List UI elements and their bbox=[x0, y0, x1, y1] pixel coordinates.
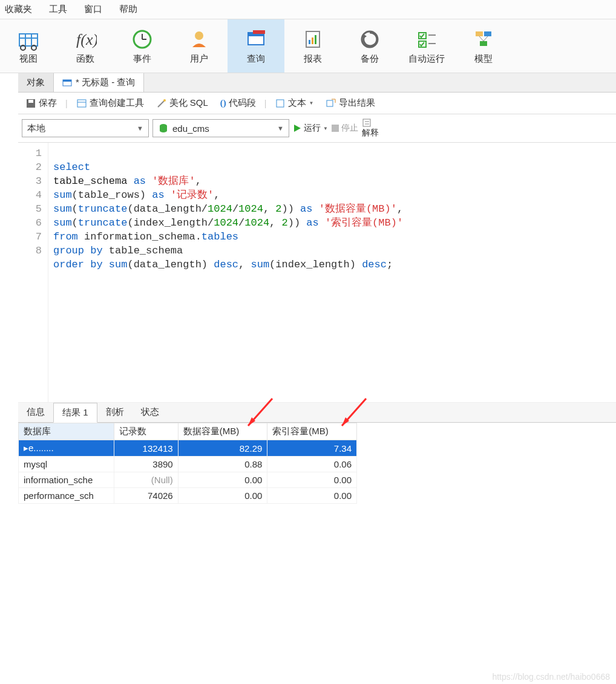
text-icon bbox=[275, 98, 286, 109]
ribbon-auto[interactable]: 自动运行 bbox=[398, 19, 455, 73]
svg-text:f(x): f(x) bbox=[76, 31, 97, 48]
beautify-sql-button[interactable]: 美化 SQL bbox=[152, 96, 212, 110]
table-row[interactable]: e........13241382.297.34 bbox=[19, 440, 357, 457]
result-tab-profile[interactable]: 剖析 bbox=[97, 403, 133, 422]
svg-rect-30 bbox=[63, 80, 71, 82]
document-tabs: 对象 * 无标题 - 查询 bbox=[18, 73, 616, 93]
play-icon bbox=[293, 124, 301, 132]
explain-icon bbox=[362, 118, 372, 128]
tab-objects[interactable]: 对象 bbox=[18, 73, 54, 92]
svg-rect-13 bbox=[253, 30, 265, 34]
svg-rect-26 bbox=[480, 41, 487, 46]
query-icon bbox=[244, 28, 267, 51]
fx-icon: f(x) bbox=[74, 28, 97, 51]
stop-icon bbox=[332, 125, 339, 132]
svg-point-10 bbox=[195, 31, 203, 40]
ribbon-fx[interactable]: f(x)函数 bbox=[57, 19, 114, 73]
ribbon-report[interactable]: 报表 bbox=[284, 19, 341, 73]
svg-line-28 bbox=[483, 36, 488, 41]
ribbon-backup[interactable]: 备份 bbox=[341, 19, 398, 73]
stop-button: 停止 bbox=[332, 123, 358, 134]
svg-point-36 bbox=[163, 99, 166, 102]
save-icon bbox=[25, 98, 36, 109]
separator: | bbox=[65, 99, 68, 108]
svg-rect-17 bbox=[315, 35, 316, 44]
tab-query-untitled[interactable]: * 无标题 - 查询 bbox=[54, 73, 144, 92]
chevron-down-icon: ▼ bbox=[277, 125, 284, 132]
chevron-down-icon: ▼ bbox=[309, 100, 313, 106]
svg-rect-38 bbox=[327, 100, 333, 106]
table-row[interactable]: performance_sch740260.000.00 bbox=[19, 488, 357, 504]
model-icon bbox=[472, 28, 495, 51]
svg-rect-24 bbox=[476, 31, 483, 36]
col-index-size[interactable]: 索引容量(MB) bbox=[267, 423, 357, 440]
user-icon bbox=[188, 28, 211, 51]
ribbon-model[interactable]: 模型 bbox=[455, 19, 512, 73]
menu-tools[interactable]: 工具 bbox=[49, 4, 67, 15]
text-button[interactable]: 文本 ▼ bbox=[271, 96, 317, 110]
connection-row: 本地▼ edu_cms ▼ 运行 ▼ 停止 解释 bbox=[18, 114, 616, 143]
sql-editor[interactable]: 12345678 select table_schema as '数据库', s… bbox=[18, 143, 616, 403]
ribbon-label: 模型 bbox=[474, 53, 493, 65]
report-icon bbox=[301, 28, 324, 51]
result-tab-status[interactable]: 状态 bbox=[133, 403, 168, 422]
results-table[interactable]: 数据库 记录数 数据容量(MB) 索引容量(MB) e........13241… bbox=[18, 423, 357, 504]
run-button[interactable]: 运行 ▼ bbox=[293, 123, 328, 134]
export-result-button[interactable]: 导出结果 bbox=[322, 96, 379, 110]
database-icon bbox=[158, 123, 169, 134]
svg-rect-37 bbox=[277, 100, 284, 107]
ribbon-label: 函数 bbox=[76, 53, 94, 65]
database-dropdown[interactable]: edu_cms ▼ bbox=[152, 119, 289, 137]
result-tab-info[interactable]: 信息 bbox=[18, 403, 53, 422]
svg-line-27 bbox=[479, 36, 483, 41]
svg-rect-16 bbox=[312, 37, 313, 44]
separator: | bbox=[264, 99, 267, 108]
code-snippet-button[interactable]: () 代码段 bbox=[217, 96, 260, 110]
export-icon bbox=[326, 98, 336, 109]
menu-window[interactable]: 窗口 bbox=[84, 4, 102, 15]
line-gutter: 12345678 bbox=[18, 143, 48, 402]
query-toolbar: 保存 | 查询创建工具 美化 SQL () 代码段 | 文本 ▼ 导出结果 bbox=[18, 93, 616, 114]
ribbon-user[interactable]: 用户 bbox=[171, 19, 228, 73]
explain-button[interactable]: 解释 bbox=[362, 118, 379, 138]
query-builder-button[interactable]: 查询创建工具 bbox=[73, 96, 148, 110]
ribbon-clock[interactable]: 事件 bbox=[114, 19, 171, 73]
menu-help[interactable]: 帮助 bbox=[119, 4, 137, 15]
grid-icon bbox=[17, 28, 40, 51]
svg-rect-42 bbox=[363, 119, 370, 126]
ribbon-toolbar: 视图f(x)函数事件用户查询报表备份自动运行模型 bbox=[0, 19, 616, 73]
ribbon-label: 用户 bbox=[190, 53, 208, 65]
chevron-down-icon: ▼ bbox=[323, 126, 328, 131]
auto-icon bbox=[415, 28, 438, 51]
menu-favorites[interactable]: 收藏夹 bbox=[5, 4, 32, 15]
svg-rect-25 bbox=[484, 31, 491, 36]
table-row[interactable]: information_sche(Null)0.000.00 bbox=[19, 472, 357, 488]
ribbon-grid[interactable]: 视图 bbox=[0, 19, 57, 73]
save-button[interactable]: 保存 bbox=[22, 96, 61, 110]
ribbon-query[interactable]: 查询 bbox=[228, 19, 284, 73]
svg-marker-40 bbox=[294, 125, 301, 132]
chevron-down-icon: ▼ bbox=[137, 125, 143, 132]
code-area[interactable]: select table_schema as '数据库', sum(table_… bbox=[48, 143, 403, 402]
wand-icon bbox=[156, 98, 167, 109]
svg-rect-32 bbox=[28, 100, 33, 103]
svg-rect-15 bbox=[309, 40, 310, 44]
svg-rect-0 bbox=[19, 34, 38, 46]
result-tab-result1[interactable]: 结果 1 bbox=[53, 403, 97, 423]
query-tab-icon bbox=[62, 78, 72, 88]
builder-icon bbox=[76, 98, 87, 109]
ribbon-label: 报表 bbox=[304, 53, 322, 65]
table-row[interactable]: mysql38900.880.06 bbox=[19, 457, 357, 472]
table-header-row: 数据库 记录数 数据容量(MB) 索引容量(MB) bbox=[19, 423, 357, 440]
svg-rect-41 bbox=[332, 125, 339, 132]
col-records[interactable]: 记录数 bbox=[114, 423, 178, 440]
col-data-size[interactable]: 数据容量(MB) bbox=[178, 423, 267, 440]
svg-rect-33 bbox=[77, 100, 86, 107]
col-database[interactable]: 数据库 bbox=[19, 423, 114, 440]
connection-dropdown[interactable]: 本地▼ bbox=[22, 119, 149, 137]
ribbon-label: 查询 bbox=[247, 53, 265, 65]
svg-marker-19 bbox=[363, 34, 367, 39]
clock-icon bbox=[131, 28, 154, 51]
menu-bar: 收藏夹 工具 窗口 帮助 bbox=[0, 0, 616, 19]
ribbon-label: 自动运行 bbox=[408, 53, 445, 65]
